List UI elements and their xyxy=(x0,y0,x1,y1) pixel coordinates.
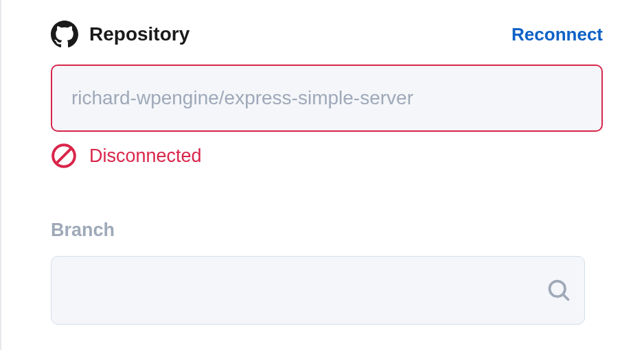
branch-input-wrapper xyxy=(51,256,585,325)
svg-line-3 xyxy=(564,295,568,300)
search-icon[interactable] xyxy=(547,278,571,303)
branch-label: Branch xyxy=(51,220,603,241)
branch-input[interactable] xyxy=(51,256,585,325)
repository-status: Disconnected xyxy=(51,143,603,169)
branch-section: Branch xyxy=(51,220,603,325)
repository-header-left: Repository xyxy=(51,21,189,48)
status-text: Disconnected xyxy=(89,145,202,167)
settings-panel: Repository Reconnect Disconnected Branch xyxy=(1,0,644,325)
github-icon xyxy=(51,21,78,48)
prohibit-icon xyxy=(51,143,77,169)
repository-label: Repository xyxy=(89,23,189,45)
svg-line-1 xyxy=(56,148,71,163)
reconnect-button[interactable]: Reconnect xyxy=(511,24,603,45)
repository-header: Repository Reconnect xyxy=(51,21,603,48)
repository-input[interactable] xyxy=(51,65,603,132)
